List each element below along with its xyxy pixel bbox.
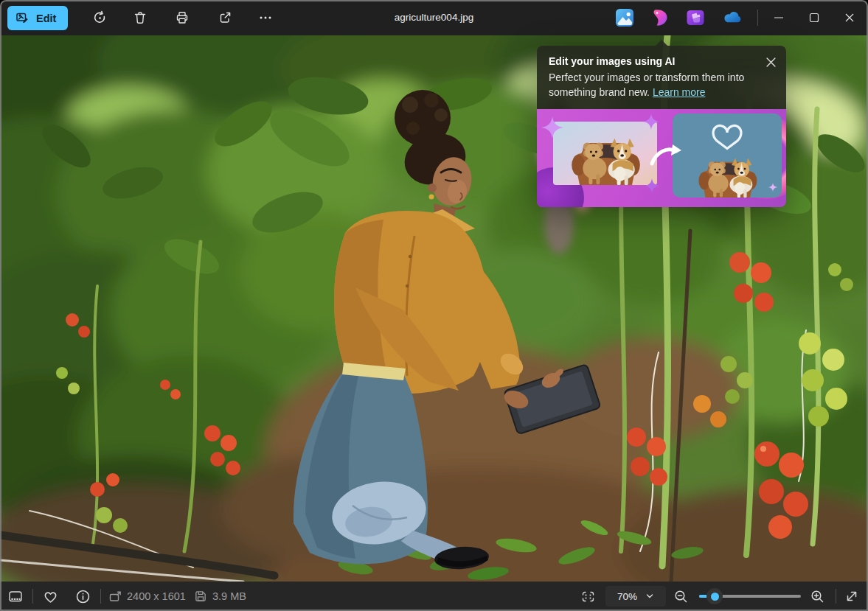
clipchamp-app-button[interactable] [684, 6, 707, 29]
minimize-button[interactable] [762, 0, 796, 35]
titlebar-separator [757, 10, 758, 26]
rotate-icon [92, 10, 108, 26]
popup-close-button[interactable] [761, 52, 780, 71]
share-button[interactable] [210, 3, 240, 32]
sparkle-icon [541, 116, 563, 139]
close-icon [843, 11, 856, 24]
fit-to-window-button[interactable] [574, 583, 601, 610]
designer-app-button[interactable] [648, 6, 672, 29]
more-icon [258, 10, 273, 25]
fullscreen-icon [844, 589, 859, 604]
more-options-button[interactable] [251, 3, 280, 32]
close-button[interactable] [833, 0, 867, 35]
delete-button[interactable] [125, 3, 155, 32]
favorite-heart-icon [43, 589, 58, 604]
promo-after-image [673, 114, 782, 198]
ai-edit-popup: Edit your images using AI Perfect your i… [537, 46, 786, 207]
maximize-button[interactable] [797, 0, 831, 35]
statusbar-separator [100, 589, 101, 604]
sparkle-icon [643, 114, 659, 130]
zoom-percent-dropdown[interactable]: 70% [605, 586, 666, 607]
photos-app-icon [615, 8, 634, 27]
zoom-slider-handle[interactable] [706, 588, 723, 604]
edit-image-icon [15, 11, 29, 25]
photos-app-window: agriculture004.jpg Edit [0, 0, 868, 611]
filmstrip-icon [7, 588, 24, 604]
popup-body-text: Perfect your images or transform them in… [549, 71, 744, 98]
statusbar-separator [32, 589, 33, 604]
statusbar-separator [836, 589, 836, 604]
onedrive-button[interactable] [721, 6, 744, 29]
share-icon [218, 10, 232, 25]
filmstrip-toggle-button[interactable] [2, 583, 29, 610]
zoom-slider-track[interactable] [699, 595, 801, 598]
statusbar: 2400 x 1601 3.9 MB 70% [0, 582, 868, 611]
fit-to-window-icon [580, 589, 596, 604]
photos-app-button[interactable] [613, 6, 636, 29]
popup-close-icon [766, 57, 776, 67]
maximize-icon [808, 11, 821, 24]
print-icon [175, 10, 190, 25]
zoom-slider-dot [711, 593, 719, 601]
filesize-icon [194, 590, 207, 606]
sparkle-icon [645, 178, 659, 193]
chevron-down-icon [645, 592, 654, 601]
edit-button-label: Edit [36, 13, 56, 24]
file-size: 3.9 MB [212, 582, 246, 611]
rotate-button[interactable] [85, 3, 114, 32]
popup-text-section: Edit your images using AI Perfect your i… [537, 46, 786, 109]
info-button[interactable] [69, 583, 96, 610]
sparkle-icon [768, 183, 777, 192]
designer-app-icon [650, 8, 670, 27]
fullscreen-button[interactable] [839, 583, 864, 610]
titlebar: agriculture004.jpg Edit [0, 0, 868, 35]
dimensions-icon [108, 590, 122, 607]
edit-button[interactable]: Edit [7, 6, 68, 30]
minimize-icon [772, 11, 785, 24]
popup-body: Perfect your images or transform them in… [549, 70, 765, 100]
zoom-percent-value: 70% [617, 591, 637, 602]
delete-icon [133, 10, 147, 25]
learn-more-link[interactable]: Learn more [653, 86, 706, 98]
favorite-button[interactable] [37, 583, 63, 610]
zoom-slider[interactable] [698, 582, 802, 611]
zoom-in-icon [810, 589, 824, 604]
zoom-out-button[interactable] [669, 583, 692, 610]
print-button[interactable] [167, 3, 197, 32]
info-icon [75, 589, 91, 604]
popup-title: Edit your images using AI [549, 55, 774, 67]
clipchamp-app-icon [686, 8, 705, 27]
zoom-out-icon [673, 589, 688, 604]
image-dimensions: 2400 x 1601 [127, 582, 186, 611]
onedrive-icon [722, 7, 743, 28]
promo-before-image [553, 122, 657, 185]
popup-promo-banner [537, 109, 786, 207]
zoom-in-button[interactable] [805, 583, 829, 610]
transform-arrow-icon [650, 142, 685, 168]
